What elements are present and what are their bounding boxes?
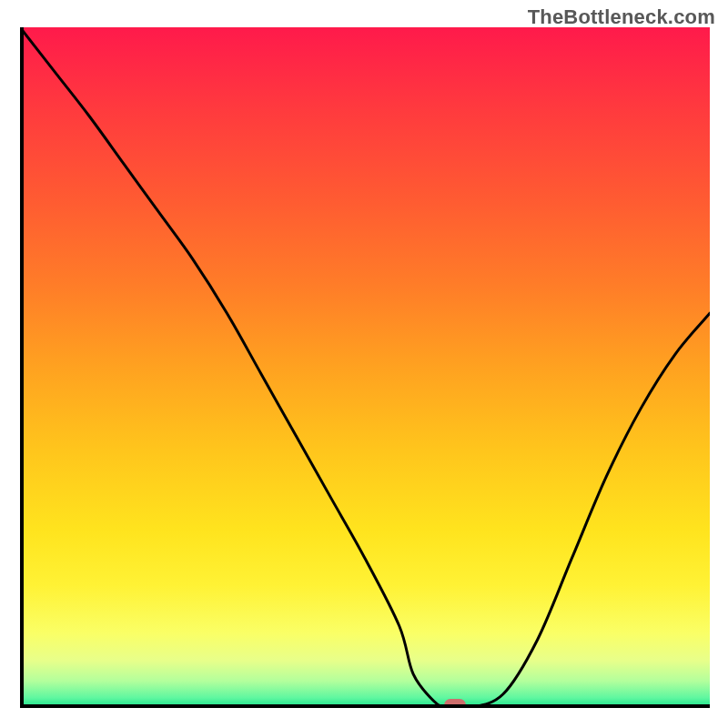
y-axis xyxy=(20,27,24,708)
bottleneck-curve xyxy=(20,27,710,708)
bottleneck-chart: TheBottleneck.com xyxy=(0,0,728,728)
x-axis xyxy=(20,704,710,708)
watermark-text: TheBottleneck.com xyxy=(528,5,715,29)
plot-area xyxy=(20,27,710,708)
